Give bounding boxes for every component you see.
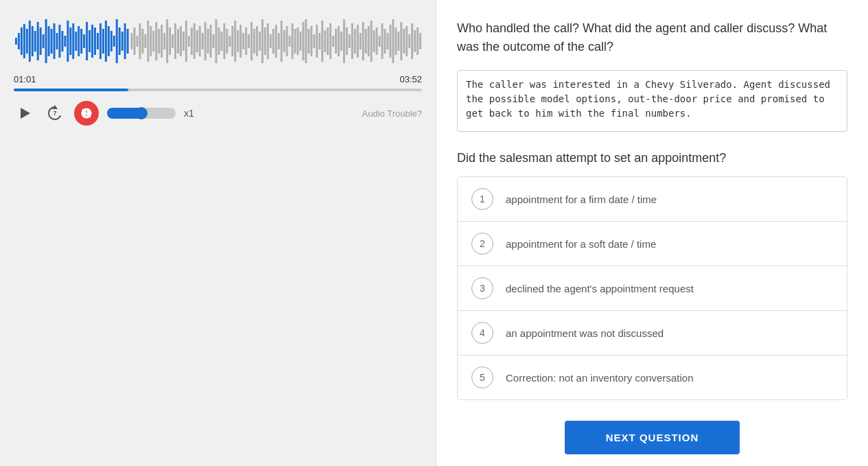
- svg-rect-134: [382, 23, 384, 59]
- play-button[interactable]: [14, 102, 36, 124]
- svg-rect-7: [34, 31, 36, 51]
- svg-rect-117: [335, 29, 337, 54]
- svg-rect-105: [302, 22, 304, 60]
- svg-rect-74: [218, 27, 220, 55]
- speed-label: x1: [184, 108, 194, 119]
- rewind-seconds-label: 7: [53, 110, 56, 117]
- option-1[interactable]: 1 appointment for a firm date / time: [458, 177, 847, 222]
- svg-rect-135: [384, 29, 386, 54]
- svg-rect-78: [228, 36, 231, 47]
- svg-rect-79: [231, 26, 233, 56]
- svg-rect-55: [166, 19, 168, 63]
- svg-rect-103: [297, 27, 299, 55]
- svg-rect-138: [392, 19, 394, 63]
- svg-rect-121: [346, 27, 348, 55]
- svg-rect-77: [226, 29, 228, 54]
- svg-rect-125: [357, 25, 359, 58]
- svg-rect-144: [408, 34, 410, 48]
- svg-rect-13: [51, 29, 53, 54]
- playback-controls: 7 x1 Audio Trouble?: [14, 101, 422, 126]
- svg-rect-75: [220, 32, 222, 51]
- main-question: Who handled the call? What did the agent…: [457, 19, 847, 56]
- svg-rect-20: [69, 27, 71, 55]
- option-2[interactable]: 2 appointment for a soft date / time: [458, 222, 847, 266]
- options-list: 1 appointment for a firm date / time 2 a…: [457, 176, 847, 400]
- svg-rect-148: [419, 33, 421, 49]
- time-current: 01:01: [14, 74, 36, 84]
- audio-trouble-button[interactable]: Audio Trouble?: [362, 108, 422, 119]
- svg-rect-63: [188, 36, 190, 47]
- option-4[interactable]: 4 an appointment was not discussed: [458, 311, 847, 356]
- svg-rect-146: [414, 30, 416, 52]
- svg-rect-129: [368, 26, 370, 56]
- svg-rect-27: [89, 30, 91, 52]
- svg-rect-26: [86, 22, 88, 60]
- option-5[interactable]: 5 Correction: not an inventory conversat…: [458, 356, 847, 399]
- svg-rect-42: [131, 33, 133, 49]
- svg-rect-65: [193, 23, 196, 59]
- svg-rect-2: [21, 27, 23, 55]
- svg-rect-21: [72, 23, 74, 59]
- svg-rect-54: [163, 33, 165, 49]
- svg-rect-139: [395, 27, 397, 55]
- svg-rect-36: [113, 36, 115, 47]
- svg-rect-16: [58, 25, 60, 58]
- svg-rect-98: [283, 30, 285, 52]
- svg-rect-56: [169, 27, 171, 55]
- svg-rect-85: [248, 34, 250, 48]
- next-question-button[interactable]: NEXT QUESTION: [565, 421, 740, 454]
- svg-rect-114: [327, 27, 329, 55]
- mute-button[interactable]: [74, 101, 99, 126]
- option-4-number: 4: [471, 322, 493, 344]
- svg-rect-10: [43, 34, 45, 48]
- rewind-button[interactable]: 7: [44, 102, 66, 124]
- svg-rect-93: [270, 34, 272, 48]
- answer-textarea[interactable]: The caller was interested in a Chevy Sil…: [457, 70, 847, 132]
- svg-rect-110: [316, 25, 318, 58]
- svg-rect-66: [196, 30, 198, 52]
- svg-rect-15: [56, 33, 58, 49]
- svg-rect-82: [239, 25, 242, 58]
- svg-rect-24: [80, 29, 82, 54]
- svg-rect-60: [180, 26, 182, 56]
- svg-rect-137: [389, 25, 391, 58]
- option-3[interactable]: 3 declined the agent's appointment reque…: [458, 266, 847, 311]
- svg-rect-88: [256, 26, 258, 56]
- svg-rect-132: [376, 27, 378, 55]
- option-3-number: 3: [471, 277, 493, 299]
- svg-rect-3: [23, 24, 25, 58]
- svg-rect-90: [261, 19, 263, 63]
- svg-rect-113: [324, 30, 326, 52]
- right-panel: Who handled the call? What did the agent…: [436, 0, 868, 466]
- volume-slider[interactable]: [107, 108, 176, 119]
- svg-rect-51: [155, 22, 157, 60]
- svg-rect-18: [64, 36, 66, 47]
- option-1-label: appointment for a firm date / time: [506, 194, 657, 205]
- svg-rect-1: [18, 33, 20, 49]
- svg-rect-73: [215, 19, 218, 63]
- svg-rect-100: [289, 36, 291, 47]
- option-2-label: appointment for a soft date / time: [506, 238, 656, 250]
- svg-rect-8: [37, 22, 39, 60]
- svg-rect-25: [83, 34, 85, 48]
- svg-rect-119: [340, 32, 342, 51]
- svg-rect-96: [278, 33, 280, 49]
- svg-rect-61: [183, 32, 185, 51]
- progress-bar-fill: [14, 89, 128, 91]
- svg-rect-52: [158, 29, 160, 54]
- option-5-label: Correction: not an inventory conversatio…: [506, 372, 693, 384]
- svg-rect-106: [305, 19, 307, 63]
- svg-rect-0: [15, 38, 17, 45]
- svg-rect-107: [307, 29, 309, 54]
- svg-rect-53: [161, 25, 163, 58]
- svg-rect-62: [185, 21, 187, 62]
- svg-rect-122: [349, 34, 351, 48]
- progress-bar[interactable]: [14, 89, 422, 91]
- svg-rect-59: [177, 29, 179, 54]
- svg-rect-99: [286, 26, 288, 56]
- svg-rect-126: [360, 33, 362, 49]
- svg-rect-91: [264, 27, 266, 55]
- svg-rect-83: [242, 33, 244, 49]
- svg-rect-31: [99, 23, 102, 59]
- svg-rect-142: [403, 29, 405, 54]
